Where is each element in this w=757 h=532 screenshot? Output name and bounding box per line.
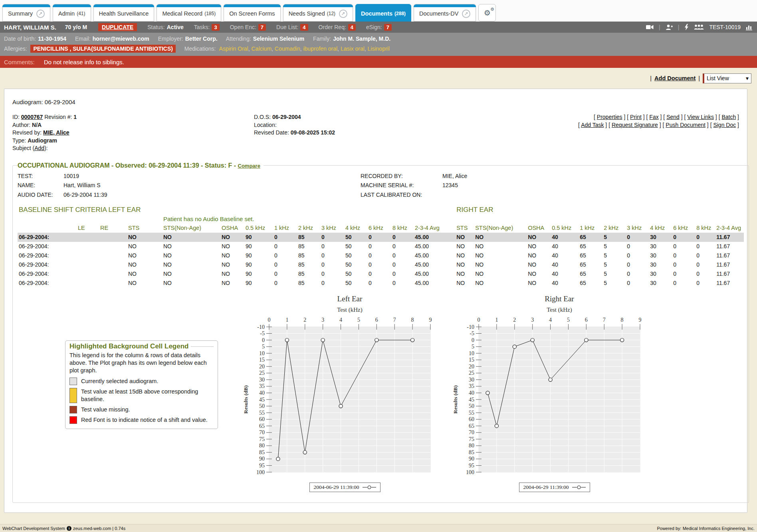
- status-label: Status:: [147, 24, 165, 30]
- add-document-link[interactable]: Add Document: [654, 75, 696, 81]
- tab-on-screen-forms[interactable]: On Screen Forms: [224, 4, 280, 22]
- tab-documents-dv[interactable]: Documents-DV ↗: [414, 4, 476, 22]
- esign-count-badge[interactable]: 7: [384, 24, 392, 31]
- tab-summary[interactable]: Summary ↗: [2, 4, 50, 22]
- last-calibrated-label: LAST CALIBRATED ON:: [361, 190, 442, 200]
- row-cell: NO: [127, 233, 162, 242]
- row-cell: 0: [391, 279, 414, 288]
- svg-text:95: 95: [259, 463, 265, 469]
- external-link-icon[interactable]: ↗: [462, 10, 470, 18]
- medication-item[interactable]: Lasix oral: [341, 45, 365, 52]
- column-header: 1 kHz: [273, 223, 297, 233]
- medication-item[interactable]: Aspirin Oral: [219, 45, 248, 52]
- attending-value: Selenium Selenium: [253, 36, 304, 42]
- tab-count: (41): [77, 11, 85, 16]
- order-req-label: Order Req:: [319, 24, 346, 30]
- row-cell: 0: [672, 260, 695, 269]
- name-label: NAME:: [18, 181, 63, 190]
- group-icon[interactable]: [694, 24, 704, 30]
- row-cell: [77, 269, 99, 279]
- link-bracket: [ View Links ]: [684, 114, 719, 120]
- doc-action-link[interactable]: Request Signature: [612, 122, 658, 128]
- row-cell: 45.00: [414, 242, 455, 251]
- row-cell: 0: [391, 242, 414, 251]
- type-value: Audiogram: [28, 137, 57, 144]
- order-req-count-badge[interactable]: 4: [348, 24, 356, 31]
- compare-link[interactable]: Compare: [238, 163, 260, 169]
- tab-medical-record[interactable]: Medical Record (185): [157, 4, 221, 22]
- row-cell: 11.67: [715, 233, 744, 242]
- due-list-count-badge[interactable]: 4: [300, 24, 308, 31]
- row-cell: NO: [474, 251, 527, 260]
- doc-action-link[interactable]: Sign Doc: [713, 122, 736, 128]
- doc-action-link[interactable]: Add Task: [581, 122, 604, 128]
- tab-health-surveillance[interactable]: Health Surveillance: [93, 4, 155, 22]
- doc-action-link[interactable]: Print: [630, 114, 642, 120]
- doc-action-link[interactable]: Batch: [721, 114, 736, 120]
- svg-text:10: 10: [469, 350, 474, 356]
- column-header: 3 kHz: [320, 223, 344, 233]
- medication-item[interactable]: Coumadin: [275, 45, 300, 52]
- table-row[interactable]: 06-29-2004:NONONO900850500045.00NONONO40…: [18, 260, 744, 269]
- info-icon: i: [67, 526, 71, 531]
- audio-date-label: AUDIO DATE:: [18, 190, 63, 200]
- doc-action-link[interactable]: Push Document: [666, 122, 705, 128]
- medication-item[interactable]: Lisinopril: [368, 45, 390, 52]
- author-label: Author:: [12, 122, 30, 128]
- document-id-link[interactable]: 0000767: [21, 114, 43, 120]
- row-cell: 85: [297, 233, 320, 242]
- machine-serial-value: 12345: [442, 181, 744, 190]
- revised-by-link[interactable]: MIE, Alice: [43, 129, 69, 136]
- subject-add-link[interactable]: Add: [34, 145, 44, 151]
- row-cell: 5: [602, 279, 626, 288]
- legend-swatch: [69, 378, 77, 385]
- table-row[interactable]: 06-29-2004:NONONO900850500045.00NONONO40…: [18, 242, 744, 251]
- external-link-icon[interactable]: ↗: [36, 10, 45, 18]
- tab-needs-signed[interactable]: Needs Signed (12) ↗: [283, 4, 353, 22]
- link-bracket: [ Print ]: [627, 114, 646, 120]
- tab-documents[interactable]: Documents (288): [355, 4, 411, 22]
- external-link-icon[interactable]: ↗: [339, 10, 347, 18]
- link-bracket: [ Properties ]: [594, 114, 627, 120]
- table-row[interactable]: 06-29-2004:NONONO900850500045.00NONONO40…: [18, 251, 744, 260]
- svg-text:Results (dB): Results (dB): [243, 386, 249, 414]
- open-enc-count-badge[interactable]: 7: [258, 24, 266, 31]
- svg-text:1: 1: [495, 317, 498, 323]
- chevron-down-icon: ▾: [746, 75, 749, 81]
- row-cell: 65: [579, 251, 602, 260]
- tasks-count-badge[interactable]: 3: [212, 24, 219, 31]
- duplicate-badge[interactable]: DUPLICATE: [98, 23, 137, 31]
- svg-text:30: 30: [259, 377, 265, 383]
- doc-action-link[interactable]: Fax: [649, 114, 658, 120]
- row-cell: NO: [455, 260, 474, 269]
- medications-list: Aspirin Oral, Calcium, Coumadin, ibuprof…: [219, 45, 390, 52]
- lightning-icon[interactable]: [684, 24, 689, 30]
- chart-icon[interactable]: [746, 24, 753, 30]
- svg-text:30: 30: [469, 377, 474, 383]
- table-row[interactable]: 06-29-2004:NONONO900850500045.00NONONO40…: [18, 269, 744, 279]
- svg-text:40: 40: [259, 390, 265, 396]
- doc-action-link[interactable]: Send: [666, 114, 680, 120]
- doc-action-link[interactable]: View Links: [687, 114, 714, 120]
- table-row[interactable]: 06-29-2004:NONONO900850500045.00NONONO40…: [18, 279, 744, 288]
- row-cell: 65: [579, 242, 602, 251]
- tab-admin[interactable]: Admin (41): [53, 4, 91, 22]
- settings-button[interactable]: ⚙: [478, 4, 496, 22]
- video-camera-icon[interactable]: [646, 25, 654, 30]
- row-cell: 0: [695, 279, 715, 288]
- medication-item[interactable]: ibuprofen oral: [303, 45, 337, 52]
- medication-item[interactable]: Calcium: [252, 45, 272, 52]
- baseline-note-row: Patient has no Audio Baseline set.: [18, 214, 744, 223]
- doc-action-link[interactable]: Properties: [597, 114, 622, 120]
- left-ear-chart: Left EarTest (kHz)0123456789-10-50510152…: [241, 292, 449, 492]
- table-row[interactable]: 06-29-2004:NONONO900850500045.00NONONO40…: [18, 233, 744, 242]
- allergies-badge[interactable]: PENICILLINS , SULFA(SULFONAMIDE ANTIBIOT…: [30, 45, 175, 53]
- view-select[interactable]: List View ▾: [703, 73, 751, 83]
- add-person-icon[interactable]: [666, 24, 673, 30]
- row-cell: 0: [695, 269, 715, 279]
- column-header: STS: [455, 223, 474, 233]
- cell-legend-title: Highlighted Background Cell Legend: [69, 342, 214, 350]
- tasks-label: Tasks:: [194, 24, 210, 30]
- row-cell: 65: [579, 233, 602, 242]
- row-cell: 45.00: [414, 251, 455, 260]
